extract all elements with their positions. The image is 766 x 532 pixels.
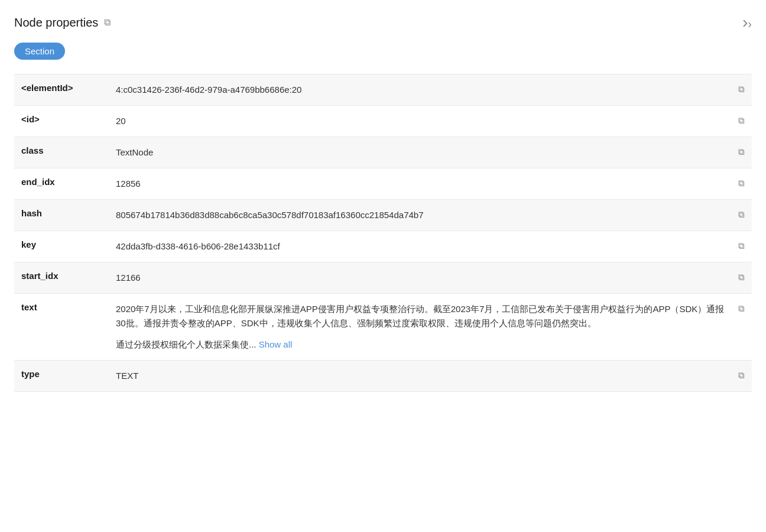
property-value: 12856	[109, 168, 752, 200]
copy-value-button[interactable]	[736, 271, 747, 284]
chevron-right-icon[interactable]: ›	[742, 14, 752, 31]
copy-value-button[interactable]	[736, 177, 747, 190]
section-badge[interactable]: Section	[14, 43, 65, 60]
table-row: start_idx12166	[14, 262, 752, 294]
property-value: TEXT	[109, 361, 752, 392]
property-key: <elementId>	[14, 74, 109, 106]
property-key: end_idx	[14, 168, 109, 200]
table-row: classTextNode	[14, 137, 752, 168]
property-key: type	[14, 361, 109, 392]
panel-title: Node properties	[14, 16, 98, 30]
table-row: text2020年7月以来，工业和信息化部开展纵深推进APP侵害用户权益专项整治…	[14, 294, 752, 361]
show-all-link[interactable]: Show all	[259, 339, 293, 349]
copy-value-button[interactable]	[736, 114, 747, 127]
table-row: <elementId>4:c0c31426-236f-46d2-979a-a47…	[14, 74, 752, 106]
property-key: class	[14, 137, 109, 168]
copy-value-button[interactable]	[736, 208, 747, 221]
property-value: TextNode	[109, 137, 752, 168]
property-key: text	[14, 294, 109, 361]
table-row: <id>20	[14, 106, 752, 137]
table-row: key42dda3fb-d338-4616-b606-28e1433b11cf	[14, 231, 752, 262]
property-value: 42dda3fb-d338-4616-b606-28e1433b11cf	[109, 231, 752, 262]
copy-value-button[interactable]	[736, 302, 747, 315]
table-row: end_idx12856	[14, 168, 752, 200]
properties-table: <elementId>4:c0c31426-236f-46d2-979a-a47…	[14, 74, 752, 392]
property-value: 4:c0c31426-236f-46d2-979a-a4769bb6686e:2…	[109, 74, 752, 106]
copy-value-button[interactable]	[736, 369, 747, 382]
copy-value-button[interactable]	[736, 83, 747, 96]
copy-title-icon[interactable]	[104, 17, 111, 28]
property-key: <id>	[14, 106, 109, 137]
property-value: 2020年7月以来，工业和信息化部开展纵深推进APP侵害用户权益专项整治行动。截…	[109, 294, 752, 361]
property-value: 20	[109, 106, 752, 137]
property-value: 805674b17814b36d83d88cab6c8ca5a30c578df7…	[109, 200, 752, 231]
text-main: 2020年7月以来，工业和信息化部开展纵深推进APP侵害用户权益专项整治行动。截…	[116, 302, 728, 330]
property-key: start_idx	[14, 262, 109, 294]
panel-title-row: Node properties	[14, 16, 111, 30]
property-key: key	[14, 231, 109, 262]
property-key: hash	[14, 200, 109, 231]
table-row: hash805674b17814b36d83d88cab6c8ca5a30c57…	[14, 200, 752, 231]
node-properties-panel: Node properties › Section <elementId>4:c…	[0, 0, 766, 532]
text-more: 通过分级授权细化个人数据采集使... Show all	[116, 338, 728, 352]
copy-value-button[interactable]	[736, 239, 747, 252]
panel-header: Node properties ›	[14, 14, 752, 31]
copy-value-button[interactable]	[736, 145, 747, 158]
property-value: 12166	[109, 262, 752, 294]
table-row: typeTEXT	[14, 361, 752, 392]
